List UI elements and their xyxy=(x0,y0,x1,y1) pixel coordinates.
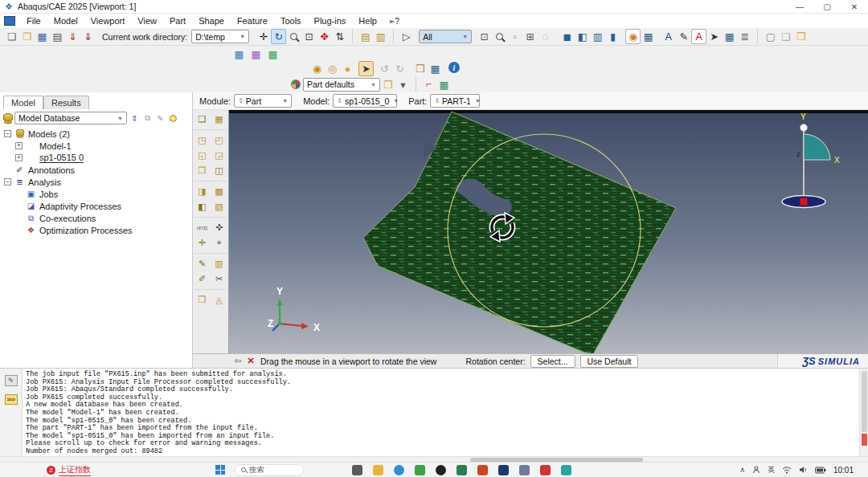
annotation-arrow-icon[interactable]: A xyxy=(661,29,676,44)
menu-view[interactable]: View xyxy=(131,14,163,27)
tree-item-jobs[interactable]: ▣Jobs xyxy=(0,188,192,200)
tree-expander-icon[interactable]: + xyxy=(15,142,23,149)
image-table-icon[interactable]: ▦ xyxy=(641,29,656,44)
taskbar-clock[interactable]: 10:01 xyxy=(833,466,854,475)
menu-help[interactable]: Help xyxy=(352,14,383,27)
create-wire-icon[interactable]: ◲ xyxy=(211,148,227,163)
message-vertical-scrollbar[interactable] xyxy=(859,369,868,456)
selection-table-icon[interactable]: ▦ xyxy=(428,61,443,76)
message-horizontal-scrollbar[interactable] xyxy=(0,456,868,462)
cube-hidden-icon[interactable]: ❑ xyxy=(778,29,793,44)
mirror-part-icon[interactable]: ◨ xyxy=(194,184,211,199)
work-directory-combo[interactable]: D:\temp▼ xyxy=(191,30,249,43)
save-model-icon[interactable]: ▦ xyxy=(35,29,50,44)
taskbar-app-camera[interactable] xyxy=(352,465,362,475)
dashed-box-icon[interactable]: ▫ xyxy=(507,29,522,44)
create-solid-revolve-icon[interactable]: ◰ xyxy=(211,132,227,148)
mesh-tool-icon[interactable]: ▦ xyxy=(231,47,247,62)
tree-copy-icon[interactable]: ⧉ xyxy=(141,112,154,124)
taskbar-file-explorer[interactable] xyxy=(373,465,383,475)
pointer-tool-icon[interactable]: ▷ xyxy=(399,29,414,44)
user-icon[interactable] xyxy=(752,466,760,474)
feature-manager-icon[interactable]: ▥ xyxy=(211,256,227,271)
dropdown-arrow-icon[interactable]: ▾ xyxy=(395,77,411,92)
tree-item-model-1[interactable]: +Model-1 xyxy=(0,140,192,152)
part-manager-icon[interactable]: ▦ xyxy=(211,112,227,127)
menu-feature[interactable]: Feature xyxy=(231,14,274,27)
mesh-edit-icon[interactable]: ▦ xyxy=(248,47,264,62)
tree-bulb-icon[interactable] xyxy=(167,112,179,124)
tree-item-models-2[interactable]: −Models (2) xyxy=(0,128,192,140)
selection-filter-combo[interactable]: All▼ xyxy=(419,30,472,43)
annotation-list-icon[interactable]: ≣ xyxy=(737,29,752,44)
create-datum-plane-icon[interactable]: ✛ xyxy=(194,235,211,251)
lasso-icon[interactable]: ◌ xyxy=(538,29,553,44)
render-hidden-icon[interactable]: ◧ xyxy=(575,29,590,44)
context-help-icon[interactable]: ➢? xyxy=(388,17,399,26)
module-combo[interactable]: ⇕Part▼ xyxy=(234,94,292,108)
cancel-procedure-icon[interactable]: ✕ xyxy=(244,356,257,366)
tree-item-annotations[interactable]: ✐Annotations xyxy=(0,164,192,176)
tray-expand-icon[interactable]: ∧ xyxy=(739,466,745,474)
view-compass[interactable]: Y X Z xyxy=(782,112,840,208)
taskbar-notes-app[interactable] xyxy=(561,465,571,475)
create-datum-xyz-icon[interactable]: (XYZ) xyxy=(194,220,211,235)
color-code-combo[interactable]: Part defaults▼ xyxy=(303,78,380,92)
tree-expander-icon[interactable]: + xyxy=(15,154,23,161)
edit-feature-icon[interactable]: ✎ xyxy=(194,256,211,271)
select-circle-pair-icon[interactable]: ◉ xyxy=(309,61,325,76)
select-arrow-icon[interactable]: ➤ xyxy=(358,61,374,76)
close-button[interactable]: ✕ xyxy=(841,0,868,13)
start-button[interactable] xyxy=(215,465,225,475)
menu-shape[interactable]: Shape xyxy=(192,14,231,27)
new-model-icon[interactable]: ❏ xyxy=(4,29,19,44)
create-cut-icon[interactable]: ❐ xyxy=(194,163,211,178)
create-solid-extrude-icon[interactable]: ◳ xyxy=(194,132,211,148)
tab-model[interactable]: Model xyxy=(3,96,43,109)
wifi-icon[interactable] xyxy=(782,466,792,474)
select-rotation-center-button[interactable]: Select... xyxy=(530,355,575,368)
tab-results[interactable]: Results xyxy=(43,96,89,109)
pattern-icon[interactable]: ▩ xyxy=(211,184,227,199)
tree-expander-icon[interactable]: − xyxy=(4,130,11,137)
taskbar-powerpoint[interactable] xyxy=(477,465,488,475)
geometry-edit-icon[interactable]: ❒ xyxy=(194,292,211,308)
print-icon[interactable]: ▤ xyxy=(50,29,65,44)
open-file-icon[interactable]: ❐ xyxy=(19,29,35,44)
taskbar-app-steel[interactable] xyxy=(519,465,530,475)
kernel-cli-icon[interactable]: >>> xyxy=(5,394,18,405)
select-circle-hollow-icon[interactable]: ◎ xyxy=(325,61,340,76)
tree-item-sp1-0515-0[interactable]: +sp1-0515 0 xyxy=(0,152,192,164)
viewport-snapshot-icon[interactable]: ⊡ xyxy=(477,29,492,44)
pan-view-icon[interactable]: ✛ xyxy=(256,29,271,44)
render-exact-icon[interactable]: ▮ xyxy=(605,29,620,44)
tree-edit-icon[interactable]: ✎ xyxy=(154,112,166,124)
cube-shaded-icon[interactable]: ❒ xyxy=(793,29,809,44)
redo-icon[interactable]: ↻ xyxy=(392,61,407,76)
sketch-icon[interactable]: ✐ xyxy=(194,271,211,287)
create-shell-icon[interactable]: ◱ xyxy=(194,148,211,163)
viewport-1[interactable]: Y X Z Y X Z xyxy=(229,110,868,353)
mesh-verify-icon[interactable]: ▦ xyxy=(265,47,280,62)
render-wireframe-icon[interactable]: ◼ xyxy=(559,29,575,44)
taskbar-app-leaf[interactable] xyxy=(457,465,467,475)
camera-movie-icon[interactable]: ◉ xyxy=(625,29,641,44)
annotation-line-icon[interactable]: ✎ xyxy=(676,29,691,44)
edit-annotation-icon[interactable]: ➤ xyxy=(706,29,722,44)
zoom-select-icon[interactable] xyxy=(492,29,507,44)
stock-ticker-widget[interactable]: 2 上证指数 xyxy=(47,464,91,476)
taskbar-search[interactable]: 搜索 xyxy=(235,464,304,476)
create-datum-csys-icon[interactable]: ⌖ xyxy=(211,235,227,251)
volume-icon[interactable] xyxy=(799,466,808,474)
repair-tools-icon[interactable]: ✂ xyxy=(211,271,227,287)
menu-part[interactable]: Part xyxy=(163,14,192,27)
model-combo[interactable]: ⇕sp1-0515_0▼ xyxy=(333,94,397,108)
menu-plug-ins[interactable]: Plug-ins xyxy=(308,14,353,27)
meshed-part[interactable] xyxy=(363,112,676,353)
query-info-icon[interactable]: ▤ xyxy=(358,29,373,44)
message-area-icon[interactable]: ✎ xyxy=(5,375,18,386)
customize-icon[interactable]: ▥ xyxy=(373,29,388,44)
create-part-icon[interactable]: ❏ xyxy=(194,112,211,127)
shaded-cube-dropdown-icon[interactable]: ❒ xyxy=(380,77,395,92)
part-combo[interactable]: ⇕PART-1▼ xyxy=(430,94,480,108)
